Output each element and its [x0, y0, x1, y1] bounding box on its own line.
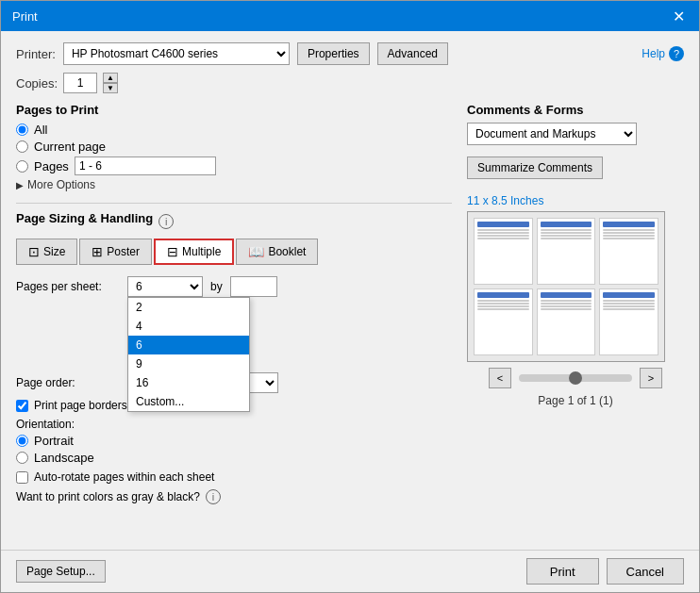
line [541, 238, 592, 239]
line [541, 229, 592, 231]
preview-page-6-header [603, 292, 655, 298]
dropdown-item-16[interactable]: 16 [128, 373, 249, 392]
slider-thumb [569, 371, 582, 385]
line [477, 238, 529, 239]
pages-to-print-title: Pages to Print [16, 103, 452, 117]
poster-tab-icon: ⊞ [92, 244, 103, 259]
radio-portrait-input[interactable] [16, 435, 28, 447]
radio-current: Current page [16, 140, 452, 154]
by-input[interactable] [230, 276, 277, 297]
left-panel: Pages to Print All Current page Pages ▶ … [16, 103, 452, 538]
radio-pages-input[interactable] [16, 160, 28, 173]
multiple-tab-icon: ⊟ [167, 244, 178, 259]
comments-forms-title: Comments & Forms [467, 103, 684, 117]
separator-1 [16, 203, 452, 204]
tab-multiple-label: Multiple [182, 245, 221, 258]
line [603, 308, 655, 310]
copies-label: Copies: [16, 76, 58, 91]
dropdown-item-9[interactable]: 9 [128, 354, 249, 373]
preview-page-4-header [477, 292, 529, 298]
preview-page-6-lines [603, 300, 655, 352]
preview-page-2 [537, 218, 596, 285]
pages-per-sheet-row: Pages per sheet: 6 2 4 6 9 16 Custom... [16, 276, 452, 297]
auto-rotate-label: Auto-rotate pages within each sheet [34, 470, 214, 484]
page-sizing-header: Page Sizing & Handling i [16, 211, 452, 231]
help-link[interactable]: Help ? [642, 46, 684, 61]
page-info: Page 1 of 1 (1) [467, 394, 684, 407]
copies-input[interactable] [63, 73, 97, 93]
nav-bar: < > [467, 362, 684, 394]
printer-select[interactable]: HP Photosmart C4600 series [63, 42, 290, 65]
pages-per-sheet-select[interactable]: 6 [127, 276, 203, 297]
line [541, 232, 592, 234]
radio-portrait-label: Portrait [34, 434, 74, 448]
line [541, 308, 592, 310]
comments-select-row: Document and Markups [467, 123, 684, 145]
gray-info-icon[interactable]: i [206, 489, 221, 504]
next-page-button[interactable]: > [640, 368, 662, 388]
pages-range-input[interactable] [75, 156, 216, 175]
preview-page-3-header [603, 222, 655, 227]
comments-forms-select[interactable]: Document and Markups [467, 123, 637, 145]
line [477, 305, 529, 307]
line [541, 303, 592, 305]
title-bar: Print ✕ [1, 1, 699, 31]
dialog-content: Printer: HP Photosmart C4600 series Prop… [1, 31, 699, 550]
pages-per-sheet-label: Pages per sheet: [16, 280, 120, 293]
tab-size-label: Size [43, 245, 65, 258]
page-setup-button[interactable]: Page Setup... [16, 560, 106, 583]
tab-row: ⊡ Size ⊞ Poster ⊟ Multiple 📖 Booklet [16, 239, 452, 265]
radio-portrait: Portrait [16, 434, 452, 448]
preview-box [467, 211, 665, 362]
properties-button[interactable]: Properties [297, 42, 370, 65]
copies-down-button[interactable]: ▼ [103, 83, 118, 93]
preview-page-5-header [541, 292, 592, 298]
page-order-label: Page order: [16, 376, 120, 389]
more-options-toggle[interactable]: ▶ More Options [16, 178, 452, 191]
preview-section: 11 x 8.5 Inches [467, 194, 684, 362]
page-slider[interactable] [519, 374, 632, 382]
auto-rotate-row: Auto-rotate pages within each sheet [16, 470, 452, 484]
cancel-button[interactable]: Cancel [607, 558, 684, 585]
radio-current-input[interactable] [16, 140, 28, 153]
radio-all-input[interactable] [16, 124, 28, 136]
orientation-title: Orientation: [16, 418, 452, 431]
copies-up-button[interactable]: ▲ [103, 73, 118, 83]
line [603, 238, 655, 239]
page-sizing-info-icon[interactable]: i [158, 214, 174, 229]
advanced-button[interactable]: Advanced [377, 42, 448, 65]
radio-current-label: Current page [34, 140, 106, 154]
preview-page-3-lines [603, 229, 655, 281]
auto-rotate-checkbox[interactable] [16, 471, 28, 484]
line [603, 305, 655, 307]
dropdown-item-6[interactable]: 6 [128, 336, 249, 354]
print-page-borders-checkbox[interactable] [16, 400, 28, 412]
help-icon: ? [669, 46, 684, 61]
print-button[interactable]: Print [526, 558, 599, 585]
radio-landscape-input[interactable] [16, 452, 28, 464]
tab-poster[interactable]: ⊞ Poster [79, 239, 152, 265]
radio-landscape: Landscape [16, 451, 452, 465]
tab-multiple[interactable]: ⊟ Multiple [154, 239, 234, 265]
line [603, 303, 655, 305]
dropdown-item-custom[interactable]: Custom... [128, 392, 249, 411]
gray-question-text: Want to print colors as gray & black? [16, 490, 200, 503]
dropdown-item-2[interactable]: 2 [128, 298, 249, 317]
radio-pages: Pages [16, 156, 452, 175]
preview-page-4 [474, 288, 533, 355]
print-page-borders-label: Print page borders [34, 399, 127, 412]
pages-per-sheet-dropdown: 2 4 6 9 16 Custom... [127, 297, 250, 412]
size-tab-icon: ⊡ [28, 244, 40, 259]
summarize-comments-button[interactable]: Summarize Comments [467, 156, 603, 179]
gray-question-row: Want to print colors as gray & black? i [16, 489, 452, 504]
right-panel: Comments & Forms Document and Markups Su… [467, 103, 684, 538]
preview-page-1-header [477, 222, 529, 227]
preview-page-4-lines [477, 300, 529, 352]
close-button[interactable]: ✕ [669, 7, 688, 25]
tab-booklet[interactable]: 📖 Booklet [236, 239, 318, 265]
preview-page-2-header [541, 222, 592, 227]
pages-per-sheet-container: 6 2 4 6 9 16 Custom... [127, 276, 203, 297]
prev-page-button[interactable]: < [489, 368, 511, 388]
dropdown-item-4[interactable]: 4 [128, 317, 249, 336]
tab-size[interactable]: ⊡ Size [16, 239, 77, 265]
